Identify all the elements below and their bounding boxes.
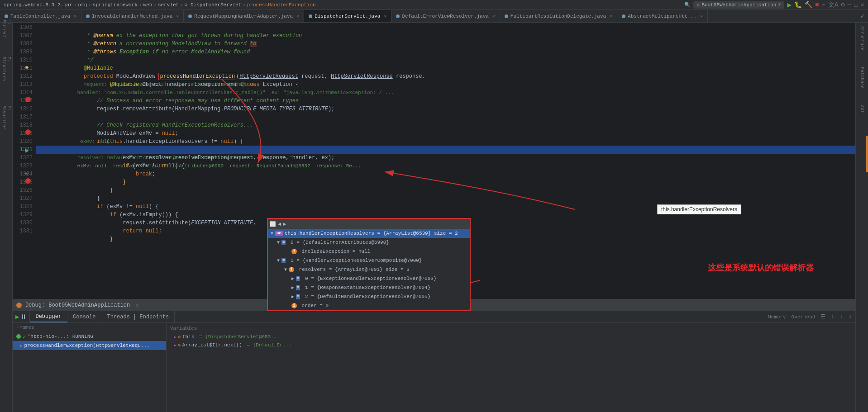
- tab-tablecontroller[interactable]: TableController.java ✕: [0, 10, 81, 22]
- run-config[interactable]: ⚙ Boot05WebAdminApplication ▼: [693, 1, 784, 9]
- var-text-resolvers: resolvers = {ArrayList@7001} size = 3: [296, 267, 410, 272]
- code-line-1310: @Nullable: [36, 56, 855, 64]
- sidebar-project[interactable]: 1: Project: [2, 24, 11, 33]
- frame-item-thread[interactable]: ✓ *http-nio-...: RUNNING: [13, 332, 166, 341]
- tab-close[interactable]: ✕: [492, 14, 495, 19]
- translate-icon[interactable]: 文A: [828, 1, 838, 9]
- var-icon-resolvers: i: [289, 267, 294, 272]
- var-row-1[interactable]: ▼ ≡ 1 = {HandlerExceptionResolverComposi…: [268, 256, 470, 265]
- settings-icon[interactable]: ⚙: [841, 1, 844, 9]
- tab-dot: [86, 14, 90, 18]
- var-text-r0: 0 = {ExceptionHandlerExceptionResolver@7…: [302, 276, 436, 281]
- sep6: ›: [243, 2, 246, 8]
- debug-content: Frames ✓ *http-nio-...: RUNNING ▶ proces…: [13, 323, 855, 412]
- code-line-1316: [36, 105, 855, 113]
- ln-1319: 1319: [13, 129, 33, 137]
- sep3: ›: [139, 2, 142, 8]
- debug-app-name[interactable]: Boot05WebAdminApplication: [48, 302, 130, 308]
- tab-dot: [396, 14, 400, 18]
- up-icon[interactable]: ↑: [831, 314, 834, 320]
- pause-icon[interactable]: ⏸: [20, 313, 27, 321]
- var-row-r2[interactable]: ▶ ≡ 2 = {DefaultHandlerExceptionResolver…: [268, 292, 470, 301]
- breadcrumb-class[interactable]: ⊙ DispatcherServlet: [185, 2, 241, 8]
- code-line-1321: exMv = resolver.resolveException(request…: [36, 146, 855, 154]
- ln-1331: 1331: [13, 227, 33, 235]
- debug-right-tools: Memory Overhead ☰ ↑ ↓ ⬆: [764, 311, 855, 322]
- resume-icon[interactable]: ▶: [15, 313, 19, 321]
- build-button[interactable]: 🔨: [805, 1, 812, 9]
- ln-1310: 1310: [13, 56, 33, 64]
- tab-close[interactable]: ✕: [176, 14, 179, 19]
- breadcrumb-web[interactable]: web: [143, 2, 153, 8]
- tab-abstractmultipart[interactable]: AbstractMultipartHtt... ✕: [617, 10, 708, 22]
- tab-debugger[interactable]: Debugger: [30, 311, 67, 322]
- tab-console[interactable]: Console: [67, 311, 101, 322]
- breadcrumb-org[interactable]: org: [78, 2, 87, 8]
- ln-1307: 1307: [13, 32, 33, 40]
- sidebar-database[interactable]: Database: [858, 63, 866, 92]
- tab-invocable[interactable]: InvocableHandlerMethod.java ✕: [81, 10, 184, 22]
- var-row-r0[interactable]: ▶ ≡ 0 = {ExceptionHandlerExceptionResolv…: [268, 274, 470, 283]
- sidebar-structure[interactable]: 7: Structure: [2, 64, 11, 73]
- var-row-include[interactable]: i includeException = null: [268, 247, 470, 256]
- sidebar-ant[interactable]: Ant: [858, 101, 866, 117]
- tab-close[interactable]: ✕: [384, 14, 386, 19]
- var-row-0[interactable]: ▼ ≡ 0 = {DefaultErrorAttributes@6990}: [268, 238, 470, 247]
- close-button[interactable]: ✕: [861, 1, 864, 9]
- tab-defaulterror[interactable]: DefaultErrorViewResolver.java ✕: [391, 10, 500, 22]
- var-icon-order: i: [291, 303, 297, 308]
- var-tree-panel: ⬜ ◀ ▶ ▼ oo this.handlerExceptionResolver…: [267, 218, 471, 311]
- var-item-arraylist[interactable]: ▶ ⊙ ArrayList$Itr.next() = {DefaultEr...: [167, 341, 855, 349]
- down-icon[interactable]: ↓: [840, 314, 843, 320]
- var-icon-include: i: [291, 249, 297, 254]
- var-item-this[interactable]: ▶ ⊙ this = {DispatcherServlet@653...: [167, 333, 855, 341]
- tab-close[interactable]: ✕: [74, 14, 76, 19]
- search-icon[interactable]: 🔍: [684, 2, 691, 8]
- debug-close[interactable]: ✕: [135, 302, 138, 309]
- tab-dot: [505, 14, 508, 18]
- tab-close[interactable]: ✕: [296, 14, 299, 19]
- var-name2: ArrayList$Itr.next(): [182, 342, 242, 348]
- tab-dispatcherservlet[interactable]: DispatcherServlet.java ✕: [304, 10, 391, 22]
- stop-button[interactable]: ■: [815, 1, 819, 9]
- toolbar-icon[interactable]: ⬜: [270, 221, 276, 227]
- minimize-button[interactable]: ─: [848, 1, 851, 9]
- left-sidebar: 1: Project 7: Structure 2: Favorites: [0, 23, 13, 412]
- var-row-order[interactable]: i order = 0: [268, 301, 470, 310]
- debug-button[interactable]: 🐛: [794, 1, 802, 9]
- code-line-1318: ModelAndView exMv = null; exMv: null: [36, 121, 855, 129]
- debug-label: Debug:: [25, 302, 45, 308]
- dropdown-icon: ▼: [778, 2, 781, 7]
- sidebar-structure[interactable]: Structure: [858, 23, 866, 54]
- run-config-label: Boot05WebAdminApplication: [701, 2, 776, 8]
- sidebar-favorites[interactable]: 2: Favorites: [2, 113, 11, 122]
- more-button[interactable]: ⋯: [821, 1, 825, 9]
- breadcrumb-jar[interactable]: spring-webmvc-5.3.2.jar: [4, 2, 72, 8]
- tab-requestmapping[interactable]: RequestMappingHandlerAdapter.java ✕: [184, 10, 304, 22]
- sep5: ›: [180, 2, 183, 8]
- breadcrumb-springframework[interactable]: springframework: [93, 2, 138, 8]
- expand-root: ▼: [271, 231, 273, 236]
- code-line-1314: // Success and error responses may use d…: [36, 89, 855, 97]
- maximize-button[interactable]: □: [854, 1, 858, 9]
- code-line-1327: if (exMv != null) {: [36, 194, 855, 203]
- frame-item-method[interactable]: ▶ processHandlerException(HttpServletReq…: [13, 341, 166, 350]
- var-row-r1[interactable]: ▶ ≡ 1 = {ResponseStatusExceptionResolver…: [268, 283, 470, 292]
- run-button[interactable]: ▶: [787, 0, 792, 9]
- tab-close[interactable]: ✕: [610, 14, 612, 19]
- forward-icon[interactable]: ▶: [283, 221, 286, 227]
- code: }: [71, 236, 113, 242]
- back-icon[interactable]: ◀: [278, 221, 281, 227]
- ln-1306: 1306: [13, 24, 33, 32]
- code-line-1320: for (HandlerExceptionResolver resolver :…: [36, 137, 855, 146]
- tab-threads[interactable]: Threads | Endpoints: [101, 311, 175, 322]
- var-row-root[interactable]: ▼ oo this.handlerExceptionResolvers = {A…: [268, 229, 470, 238]
- breadcrumb-servlet[interactable]: servlet: [158, 2, 179, 8]
- tab-multipart[interactable]: MultipartResolutionDelegate.java ✕: [500, 10, 617, 22]
- ln-1326: 1326: [13, 186, 33, 194]
- filter-icon[interactable]: ☰: [820, 313, 825, 320]
- export-icon[interactable]: ⬆: [849, 313, 852, 320]
- ln-1324: 1324: [13, 170, 33, 178]
- tab-close[interactable]: ✕: [700, 14, 703, 19]
- var-row-resolvers[interactable]: ▼ i resolvers = {ArrayList@7001} size = …: [268, 265, 470, 274]
